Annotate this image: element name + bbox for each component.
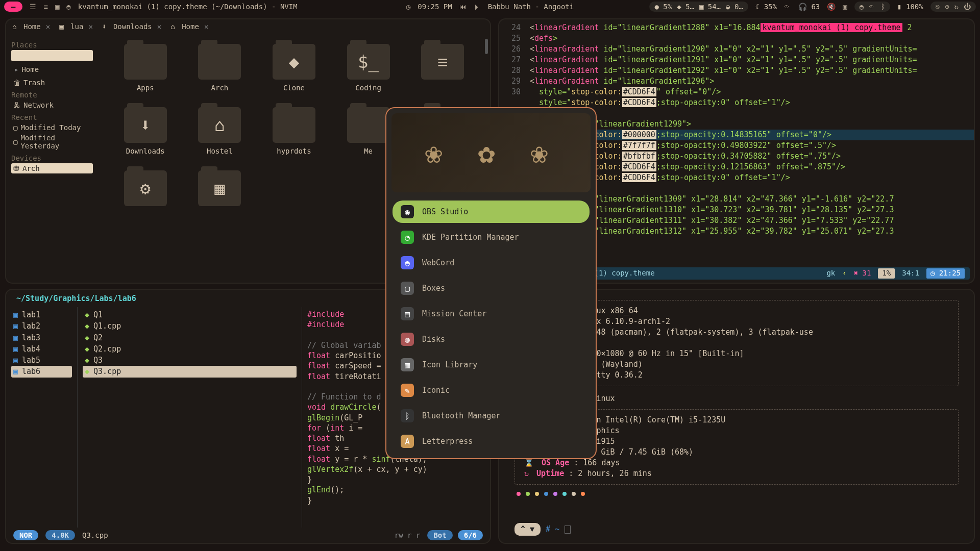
lab-item[interactable]: ▣lab2 <box>11 320 72 332</box>
launcher-item[interactable]: ALetterpress <box>393 430 590 453</box>
file-item[interactable]: ◆Q1.cpp <box>83 320 297 332</box>
foot-path: # ~ <box>546 524 559 535</box>
folder-overlay-icon: ▦ <box>198 170 241 206</box>
app-label: Disks <box>422 335 445 344</box>
file-item[interactable]: ◆Q3 <box>83 355 297 366</box>
folder-item[interactable]: ≡ <box>410 44 475 92</box>
app-label: OBS Studio <box>422 207 468 216</box>
tray-wifi-icon[interactable]: ᯤ <box>869 3 876 11</box>
file-item[interactable]: ◆Q3.cpp <box>83 366 297 377</box>
breadcrumb-home[interactable]: Home <box>21 65 39 73</box>
wifi-icon[interactable]: ᯤ <box>784 3 791 11</box>
folder-item[interactable]: ⚙ <box>113 170 178 210</box>
sidebar-item-arch[interactable]: ⛃ Arch <box>11 163 93 173</box>
volume-indicator[interactable]: 🎧 63 <box>798 3 820 11</box>
window-title: kvantum_monokai (1) copy.theme (~/Downlo… <box>78 3 298 11</box>
launcher-item[interactable]: ▢Boxes <box>393 277 590 299</box>
folder-icon: ▣ <box>13 366 18 377</box>
close-icon[interactable]: ✕ <box>157 22 161 31</box>
now-playing[interactable]: Babbu Nath - Angooti <box>488 3 574 11</box>
folder-overlay-icon: ◆ <box>273 44 315 80</box>
launcher-item[interactable]: ᛒBluetooth Manager <box>393 405 590 427</box>
folder-icon: ▣ <box>13 321 18 331</box>
search-input[interactable] <box>11 50 93 61</box>
folder-item[interactable]: Apps <box>113 44 178 92</box>
launcher-item[interactable]: ◓WebCord <box>393 252 590 274</box>
folder-item[interactable]: ⌂Hostel <box>188 107 252 155</box>
file-label: Q3 <box>93 355 103 365</box>
media-prev-icon[interactable]: ⏮ <box>459 3 467 11</box>
notif-icon[interactable]: ▣ <box>843 3 847 11</box>
launcher-item[interactable]: ▤Mission Center <box>393 303 590 325</box>
lab-item[interactable]: ▣lab6 <box>11 366 72 377</box>
menu-icon[interactable]: ☰ <box>30 3 36 11</box>
brightness-indicator[interactable]: ☾ 35% <box>755 3 777 11</box>
lab-item[interactable]: ▣lab1 <box>11 309 72 320</box>
color-dot <box>535 492 539 496</box>
tray-discord-icon[interactable]: ◓ <box>860 3 864 11</box>
folder-item[interactable]: Arch <box>188 44 252 92</box>
app-icon: A <box>401 435 414 448</box>
color-dot <box>581 492 585 496</box>
close-icon[interactable]: ✕ <box>204 22 208 31</box>
folder-item[interactable]: hyprdots <box>262 107 326 155</box>
code-line: 26<linearGradient id="linearGradient1290… <box>499 44 974 55</box>
media-play-icon[interactable]: ⏵ <box>474 3 481 11</box>
folder-item[interactable]: ⬇Downloads <box>113 107 178 155</box>
battery-indicator[interactable]: ▮ 100% <box>897 3 923 11</box>
folder-item[interactable]: ▦ <box>188 170 252 210</box>
launcher-item[interactable]: ◍Disks <box>393 328 590 350</box>
tray-bt-icon[interactable]: ᛒ <box>881 3 885 11</box>
scrollbar-thumb[interactable] <box>485 39 488 54</box>
app-icon: ◉ <box>401 205 414 218</box>
sidebar-item-today[interactable]: ▢ Modified Today <box>11 122 93 133</box>
fm-tab[interactable]: ⌂Home✕ <box>170 22 208 31</box>
folder-icon[interactable]: ▣ <box>55 3 59 11</box>
places-header: Places <box>11 41 93 49</box>
color-dot <box>572 492 576 496</box>
file-item[interactable]: ◆Q2.cpp <box>83 343 297 355</box>
lock-icon[interactable]: ⎋ <box>936 3 940 11</box>
app-launcher[interactable]: ◉OBS Studio◔KDE Partition Manager◓WebCor… <box>385 107 597 459</box>
folder-item[interactable]: $_Coding <box>336 44 401 92</box>
fm-tab[interactable]: ▣lua✕ <box>59 22 93 31</box>
home-icon: ⌂ <box>12 22 20 31</box>
logout-icon[interactable]: ⊕ <box>945 3 949 11</box>
sidebar-item-trash[interactable]: 🗑 Trash <box>11 78 93 88</box>
close-icon[interactable]: ✕ <box>46 22 50 31</box>
folder-overlay-icon <box>124 44 167 80</box>
fm-tab[interactable]: ⌂Home✕ <box>12 22 50 31</box>
folder-item[interactable]: ◆Clone <box>262 44 326 92</box>
file-item[interactable]: ◆Q2 <box>83 332 297 343</box>
home-icon: ⌂ <box>170 22 179 31</box>
file-label: Q2 <box>93 333 103 343</box>
launcher-item[interactable]: ◉OBS Studio <box>393 201 590 223</box>
mode-badge: NOR <box>13 530 38 540</box>
folder-overlay-icon <box>347 107 390 143</box>
workspace-indicator[interactable]: — <box>4 2 22 12</box>
fetch-row: ↻ Uptime : 2 hours, 26 mins <box>524 468 949 479</box>
sys-stats[interactable]: ● 5% ◆ 5… ▣ 54… ◒ 0… <box>649 2 748 12</box>
app-icon: ✎ <box>401 384 414 397</box>
lab-item[interactable]: ▣lab3 <box>11 332 72 343</box>
tab-label: Downloads <box>113 22 152 31</box>
fm-tab[interactable]: ⬇Downloads✕ <box>102 22 161 31</box>
lab-item[interactable]: ▣lab5 <box>11 355 72 366</box>
sidebar-item-network[interactable]: 🖧 Network <box>11 100 93 110</box>
power-icon[interactable]: ⏻ <box>964 3 971 11</box>
lab-item[interactable]: ▣lab4 <box>11 343 72 355</box>
restart-icon[interactable]: ↻ <box>954 3 959 11</box>
power-box: ⎋ ⊕ ↻ ⏻ <box>930 2 976 12</box>
mute-icon[interactable]: 🔇 <box>827 3 836 11</box>
file-item[interactable]: ◆Q1 <box>83 309 297 320</box>
launcher-item[interactable]: ▦Icon Library <box>393 354 590 376</box>
launcher-item[interactable]: ◔KDE Partition Manager <box>393 226 590 248</box>
tab-label: Home <box>23 22 41 31</box>
discord-icon[interactable]: ◓ <box>66 3 70 11</box>
app-icon: ◓ <box>401 256 414 269</box>
sidebar-item-yesterday[interactable]: ▢ Modified Yesterday <box>11 133 93 151</box>
close-icon[interactable]: ✕ <box>88 22 92 31</box>
list-icon[interactable]: ≡ <box>43 3 47 11</box>
launcher-item[interactable]: ✎Iconic <box>393 379 590 402</box>
folder-icon: ▣ <box>13 333 18 343</box>
